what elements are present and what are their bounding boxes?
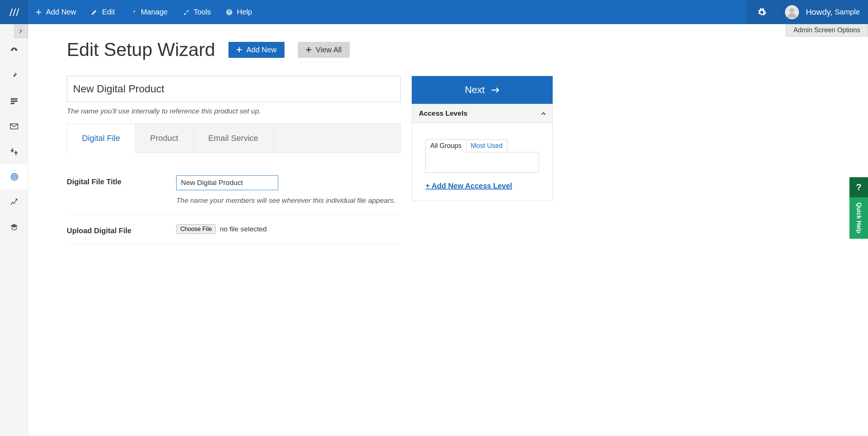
gauge-icon xyxy=(10,46,19,55)
content-columns: The name you'll use internally to refere… xyxy=(67,76,846,244)
tab-product[interactable]: Product xyxy=(135,124,194,153)
subtab-content xyxy=(425,152,539,173)
topnav-add-new[interactable]: Add New xyxy=(28,0,83,24)
svg-text:?: ? xyxy=(228,10,230,15)
sidebar-item-forms[interactable] xyxy=(0,89,28,114)
sidebar-expand-toggle[interactable] xyxy=(14,24,28,38)
topnav-edit[interactable]: Edit xyxy=(83,0,122,24)
access-levels-header[interactable]: Access Levels xyxy=(412,104,552,123)
svg-rect-3 xyxy=(11,98,17,100)
page-title: Edit Setup Wizard xyxy=(67,39,215,60)
arrow-right-icon xyxy=(491,87,500,93)
username: Sample xyxy=(835,8,860,16)
col-left: The name you'll use internally to refere… xyxy=(67,76,401,244)
access-levels-body: All Groups Most Used + Add New Access Le… xyxy=(412,123,552,201)
svg-point-2 xyxy=(790,8,795,13)
svg-rect-4 xyxy=(11,100,17,102)
svg-point-9 xyxy=(14,176,15,178)
file-title-hint: The name your members will see wherever … xyxy=(176,195,401,206)
tools-icon xyxy=(183,9,189,16)
left-sidebar xyxy=(0,24,28,436)
sidebar-item-sync[interactable] xyxy=(0,139,28,164)
sidebar-item-dashboard[interactable] xyxy=(0,38,28,63)
person-icon xyxy=(786,7,798,18)
file-title-field: The name your members will see wherever … xyxy=(176,175,401,206)
main-content: Edit Setup Wizard Add New View All The n… xyxy=(28,24,868,436)
topnav-label: Edit xyxy=(102,8,115,16)
quick-help-button[interactable]: Quick Help xyxy=(849,197,868,239)
topnav-help[interactable]: ? Help xyxy=(218,0,260,24)
choose-file-button[interactable]: Choose File xyxy=(176,224,216,234)
page-heading: Edit Setup Wizard Add New View All xyxy=(67,39,846,60)
svg-rect-5 xyxy=(11,103,14,104)
panel-title: Access Levels xyxy=(419,109,467,118)
button-label: View All xyxy=(316,46,342,54)
topnav-label: Help xyxy=(237,8,252,16)
subtab-most-used[interactable]: Most Used xyxy=(466,139,507,152)
next-button[interactable]: Next xyxy=(412,76,553,104)
quick-help-label: Quick Help xyxy=(855,202,862,234)
topnav-manage[interactable]: Manage xyxy=(122,0,175,24)
product-title-input[interactable] xyxy=(67,76,401,102)
view-all-button[interactable]: View All xyxy=(298,42,350,58)
add-access-level-link[interactable]: + Add New Access Level xyxy=(425,182,539,190)
plus-icon xyxy=(306,47,311,52)
file-title-input[interactable] xyxy=(176,175,278,190)
col-right: Next Access Levels All Groups Most Used xyxy=(412,76,553,244)
form-row-upload: Upload Digital File Choose File no file … xyxy=(67,215,401,244)
tab-digital-file[interactable]: Digital File xyxy=(67,124,135,153)
plus-icon xyxy=(36,9,42,15)
app-logo[interactable] xyxy=(0,0,28,24)
greeting: Howdy, xyxy=(806,7,832,17)
quick-help-sidebar: ? Quick Help xyxy=(849,177,868,239)
user-menu[interactable]: Howdy, Sample xyxy=(778,0,868,24)
arrows-icon xyxy=(10,147,19,156)
product-title-hint: The name you'll use internally to refere… xyxy=(67,107,401,115)
topnav-tools[interactable]: Tools xyxy=(175,0,218,24)
topnav-label: Tools xyxy=(194,8,211,16)
form-row-file-title: Digital File Title The name your members… xyxy=(67,175,401,215)
sidebar-item-stats[interactable] xyxy=(0,189,28,215)
chevron-right-icon xyxy=(19,29,23,33)
logo-icon xyxy=(9,7,20,18)
sidebar-item-education[interactable] xyxy=(0,215,28,240)
next-label: Next xyxy=(465,84,484,96)
subtab-all-groups[interactable]: All Groups xyxy=(425,139,466,152)
gear-icon xyxy=(757,7,767,17)
file-title-label: Digital File Title xyxy=(67,175,176,206)
wrench-icon xyxy=(130,9,137,16)
file-status: no file selected xyxy=(220,225,267,233)
form-icon xyxy=(10,97,19,106)
topnav-right: Howdy, Sample xyxy=(746,0,868,24)
sidebar-item-mail[interactable] xyxy=(0,114,28,139)
graduation-icon xyxy=(10,223,19,232)
help-icon: ? xyxy=(226,9,233,16)
pin-icon xyxy=(10,72,19,80)
upload-field: Choose File no file selected xyxy=(176,224,401,235)
topnav-label: Add New xyxy=(46,8,76,16)
avatar xyxy=(785,5,799,19)
quick-help-question[interactable]: ? xyxy=(849,177,868,197)
target-icon xyxy=(10,172,19,181)
add-new-button[interactable]: Add New xyxy=(228,42,285,58)
tab-email-service[interactable]: Email Service xyxy=(194,124,273,153)
plus-icon xyxy=(237,47,242,52)
topnav-label: Manage xyxy=(141,8,168,16)
access-levels-panel: Access Levels All Groups Most Used + Add… xyxy=(412,104,553,201)
settings-button[interactable] xyxy=(746,0,777,24)
mail-icon xyxy=(10,122,19,131)
wizard-tabs: Digital File Product Email Service xyxy=(67,123,401,153)
sidebar-item-builder[interactable] xyxy=(0,63,28,89)
top-nav: Add New Edit Manage Tools ? Help Howdy, … xyxy=(0,0,868,24)
topnav-items: Add New Edit Manage Tools ? Help xyxy=(28,0,260,24)
sidebar-item-setup-wizard[interactable] xyxy=(0,164,28,189)
access-subtabs: All Groups Most Used xyxy=(425,139,539,152)
pencil-icon xyxy=(91,9,98,16)
form-area: Digital File Title The name your members… xyxy=(67,175,401,244)
upload-label: Upload Digital File xyxy=(67,224,176,235)
button-label: Add New xyxy=(246,46,276,54)
chart-icon xyxy=(10,198,19,207)
caret-up-icon xyxy=(541,112,546,115)
